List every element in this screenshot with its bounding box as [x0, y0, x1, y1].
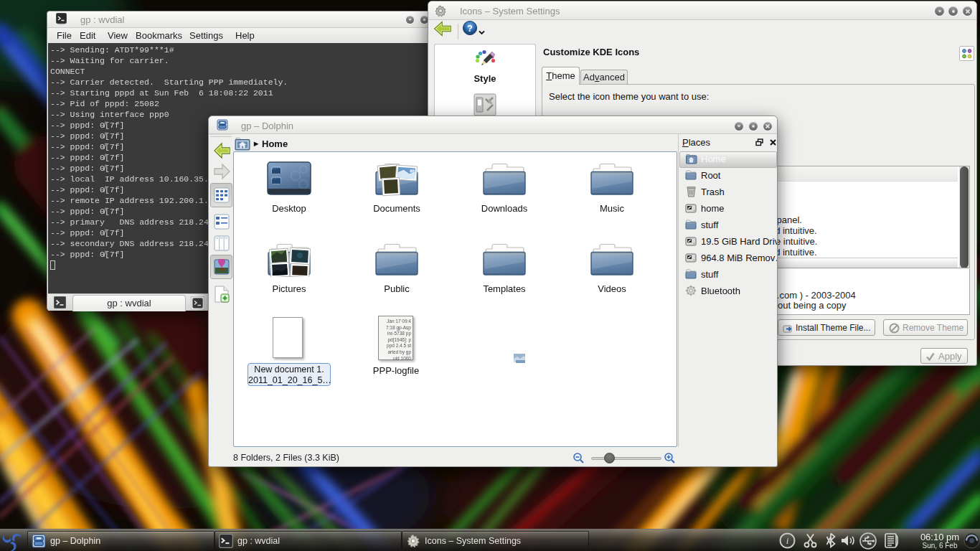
svg-text:88: 88 [410, 169, 415, 173]
svg-text:i: i [786, 535, 789, 546]
svg-text:?: ? [467, 23, 473, 34]
